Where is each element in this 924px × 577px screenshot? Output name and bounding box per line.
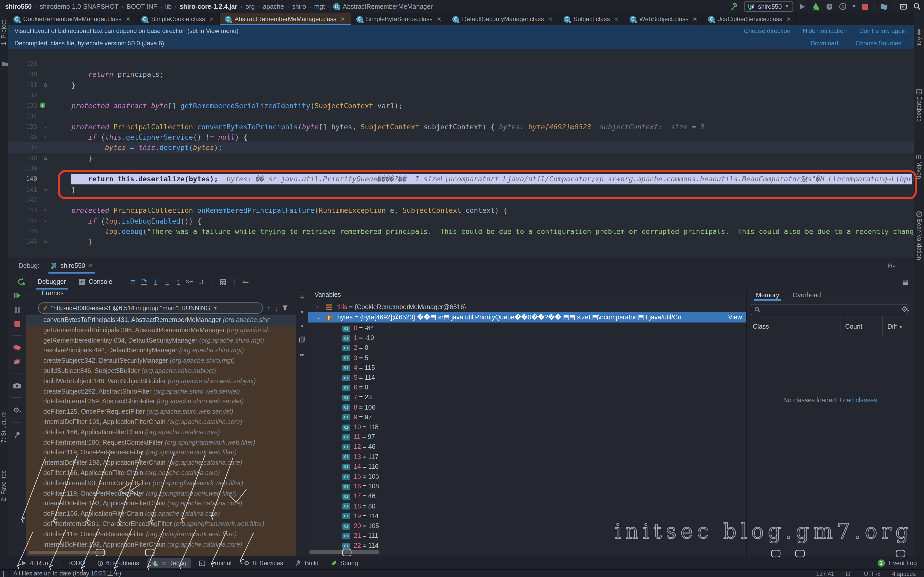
- close-icon[interactable]: ✕: [614, 16, 619, 23]
- breadcrumb-item[interactable]: apache: [263, 3, 284, 10]
- stack-frame-row[interactable]: doFilterInternal:100, RequestContextFilt…: [26, 438, 296, 448]
- close-icon[interactable]: ✕: [786, 16, 791, 23]
- byte-value-row[interactable]: 0118 = 80: [309, 501, 746, 511]
- close-icon[interactable]: ✕: [693, 16, 697, 23]
- column-diff[interactable]: Diff ▼: [887, 323, 903, 330]
- move-watch-down-icon[interactable]: ▼: [300, 309, 304, 315]
- byte-value-row[interactable]: 0112 = 46: [309, 442, 746, 452]
- prev-frame-icon[interactable]: ↑: [267, 304, 270, 312]
- stack-frame-row[interactable]: doFilterInternal:93, FormContentFilter (…: [26, 479, 296, 489]
- pause-icon[interactable]: [14, 306, 20, 313]
- stack-frame-row[interactable]: getRememberedIdentity:604, DefaultSecuri…: [26, 336, 296, 346]
- stack-frame-row[interactable]: createSubject:292, AbstractShiroFilter (…: [26, 387, 296, 397]
- frames-list[interactable]: convertBytesToPrincipals:431, AbstractRe…: [26, 315, 296, 556]
- toolwindow-button-terminal[interactable]: Terminal: [195, 558, 236, 568]
- variable-row-bytes[interactable]: ⌄ p bytes = {byte[4692]@6523} ��▤ sr▤ ja…: [309, 312, 746, 322]
- close-icon[interactable]: ✕: [548, 16, 553, 23]
- stack-frame-row[interactable]: convertBytesToPrincipals:431, AbstractRe…: [26, 315, 296, 326]
- editor-tab[interactable]: CWebSubject.class✕: [624, 13, 703, 25]
- filter-funnel-icon[interactable]: [282, 305, 288, 311]
- force-step-into-icon[interactable]: ↓: [162, 276, 173, 287]
- stack-frame-row[interactable]: doFilter:166, ApplicationFilterChain (or…: [26, 427, 296, 438]
- frames-hscrollbar[interactable]: [29, 551, 106, 554]
- database-icon[interactable]: [916, 88, 922, 95]
- editor-tab[interactable]: CCookieRememberMeManager.class✕: [8, 13, 136, 25]
- sidebar-item-maven[interactable]: Maven: [916, 161, 922, 179]
- byte-value-row[interactable]: 0114 = 116: [309, 462, 746, 472]
- byte-value-row[interactable]: 0116 = 108: [309, 482, 746, 492]
- run-configuration-select[interactable]: shiro550 ▼: [744, 1, 793, 12]
- add-watch-icon[interactable]: +: [300, 293, 304, 301]
- toolwindow-button-problems[interactable]: 6: Problems: [93, 558, 143, 568]
- sidebar-item-structure[interactable]: 7: Structure: [0, 412, 7, 443]
- code-line[interactable]: 138⌂ }: [8, 153, 914, 163]
- run-to-cursor-icon[interactable]: ↓ı: [195, 276, 207, 287]
- memory-settings-gear-icon[interactable]: ⚙▾: [901, 305, 909, 313]
- copy-icon[interactable]: [299, 337, 305, 343]
- breadcrumb-item[interactable]: shiro-core-1.2.4.jar: [180, 3, 237, 10]
- project-structure-icon[interactable]: [880, 2, 888, 11]
- banner-link[interactable]: Hide notification: [803, 27, 847, 34]
- toolwindow-button-debug[interactable]: 5: Debug: [147, 558, 191, 568]
- byte-value-row[interactable]: 013 = 5: [309, 353, 746, 363]
- coverage-button[interactable]: [825, 2, 833, 11]
- stop-button[interactable]: [861, 2, 869, 11]
- sidebar-item-bean-validation[interactable]: Bean Validation: [916, 219, 922, 260]
- view-link[interactable]: View: [728, 312, 742, 322]
- bean-validation-icon[interactable]: [916, 211, 922, 218]
- caret-position[interactable]: 137:41: [816, 571, 834, 577]
- code-line[interactable]: 145 log.debug("There was a failure while…: [8, 226, 914, 237]
- stack-frame-row[interactable]: resolvePrincipals:492, DefaultSecurityMa…: [26, 346, 296, 356]
- code-line[interactable]: 131⌂ }: [8, 80, 914, 90]
- step-over-icon[interactable]: ↷: [139, 276, 150, 287]
- sidebar-item-favorites[interactable]: 2: Favorites: [0, 471, 7, 501]
- code-line[interactable]: 133↓ protected abstract byte[] getRememb…: [8, 100, 914, 111]
- breadcrumb-item[interactable]: shirodemo-1.0-SNAPSHOT: [40, 3, 119, 10]
- stack-frame-row[interactable]: doFilter:125, OncePerRequestFilter (org.…: [26, 407, 296, 417]
- next-frame-icon[interactable]: ↓: [275, 304, 278, 312]
- file-encoding[interactable]: UTF-8: [864, 571, 881, 577]
- fold-marker-icon[interactable]: ▿: [40, 132, 50, 142]
- code-line[interactable]: 129: [8, 59, 914, 69]
- editor-tab[interactable]: CSimpleCookie.class✕: [136, 13, 220, 25]
- code-editor[interactable]: 129130 return principals;131⌂ }132133↓ p…: [8, 50, 914, 258]
- stack-frame-row[interactable]: doFilter:166, ApplicationFilterChain (or…: [26, 468, 296, 479]
- step-out-icon[interactable]: ↑: [173, 276, 184, 287]
- debug-session-tab[interactable]: shiro550 ✕: [51, 258, 93, 274]
- editor-tab[interactable]: CSimpleByteSource.class✕: [351, 13, 447, 25]
- variables-hscrollbar[interactable]: [309, 550, 380, 554]
- memory-search-input[interactable]: [751, 304, 908, 315]
- fold-marker-icon[interactable]: ▿: [40, 205, 50, 216]
- evaluate-expression-icon[interactable]: [218, 276, 229, 287]
- stack-frame-row[interactable]: createSubject:342, DefaultSecurityManage…: [26, 356, 296, 366]
- banner-link[interactable]: Don't show again: [859, 27, 906, 34]
- close-icon[interactable]: ✕: [437, 16, 441, 23]
- code-line[interactable]: 143▿ protected PrincipalCollection onRem…: [8, 205, 914, 216]
- banner-link[interactable]: Choose direction: [744, 27, 790, 34]
- close-icon[interactable]: ✕: [341, 16, 345, 23]
- collapse-chevron-icon[interactable]: ⌄: [317, 312, 321, 322]
- code-line[interactable]: 130 return principals;: [8, 69, 914, 80]
- thread-dump-camera-icon[interactable]: [13, 382, 21, 389]
- stack-frame-row[interactable]: buildSubject:846, Subject$Builder (org.a…: [26, 366, 296, 377]
- step-into-icon[interactable]: ↓: [150, 276, 162, 287]
- profiler-chevron-icon[interactable]: ▼: [852, 4, 856, 9]
- editor-tab[interactable]: CSubject.class✕: [559, 13, 624, 25]
- overridden-method-icon[interactable]: ↓: [40, 103, 45, 108]
- byte-value-row[interactable]: 017 = 23: [309, 393, 746, 403]
- folder-icon[interactable]: [2, 60, 8, 67]
- debug-button[interactable]: [812, 2, 820, 11]
- code-line[interactable]: 146⌂ }: [8, 237, 914, 247]
- resume-icon[interactable]: [13, 292, 21, 299]
- toolwindow-button-run[interactable]: 4: Run: [18, 558, 52, 568]
- close-icon[interactable]: ✕: [126, 16, 131, 23]
- stack-frame-row[interactable]: doFilter:119, OncePerRequestFilter (org.…: [26, 530, 296, 540]
- expand-chevron-icon[interactable]: ›: [317, 302, 318, 312]
- column-count[interactable]: Count: [845, 323, 863, 330]
- stack-frame-row[interactable]: internalDoFilter:193, ApplicationFilterC…: [26, 499, 296, 509]
- code-line[interactable]: 144▿ if (log.isDebugEnabled()) {: [8, 216, 914, 226]
- breadcrumb-item[interactable]: AbstractRememberMeManager: [342, 3, 433, 10]
- sidebar-item-ant[interactable]: Ant: [916, 37, 922, 45]
- pin-icon[interactable]: [14, 431, 20, 438]
- build-hammer-icon[interactable]: [731, 2, 739, 11]
